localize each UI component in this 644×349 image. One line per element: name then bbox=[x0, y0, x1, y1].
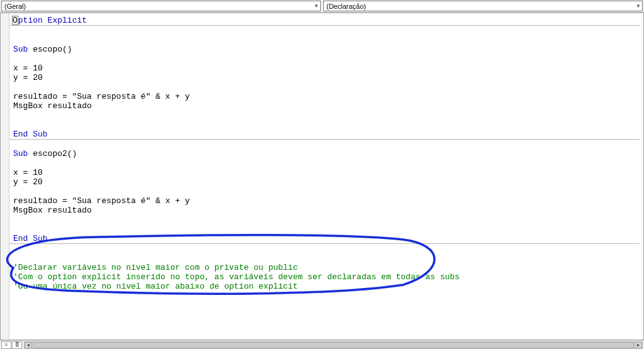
code-text: escopo() bbox=[28, 45, 72, 54]
code-editor: Option Explicit Sub escopo() x = 10 y = … bbox=[0, 13, 644, 340]
text-cursor: O bbox=[12, 16, 18, 25]
code-text: x = 10 bbox=[13, 168, 43, 177]
code-text: y = 20 bbox=[13, 177, 43, 187]
editor-bottom-bar: ≡ ≣ ◄ ► bbox=[0, 340, 644, 349]
code-text: x = 10 bbox=[13, 64, 43, 73]
proc-separator bbox=[9, 139, 640, 140]
code-comment: 'Ou uma única vez no nível maior abaixo … bbox=[13, 282, 297, 291]
code-comment: 'Com o option explicit inserido no topo,… bbox=[13, 272, 460, 282]
scroll-right-arrow-icon[interactable]: ► bbox=[635, 342, 642, 348]
code-text: escopo2() bbox=[28, 149, 77, 158]
view-procedure-button[interactable]: ≡ bbox=[1, 341, 11, 349]
code-keyword: Sub bbox=[13, 45, 28, 54]
object-dropdown-label: (Geral) bbox=[4, 3, 26, 10]
code-keyword: ption Explicit bbox=[18, 16, 87, 25]
object-dropdown[interactable]: (Geral) ▼ bbox=[1, 1, 321, 11]
code-text: MsgBox resultado bbox=[13, 101, 92, 111]
view-mode-buttons: ≡ ≣ bbox=[1, 341, 23, 349]
chevron-down-icon: ▼ bbox=[636, 3, 641, 9]
horizontal-scrollbar[interactable]: ◄ ► bbox=[24, 341, 643, 349]
proc-separator bbox=[9, 243, 640, 244]
view-full-module-button[interactable]: ≣ bbox=[12, 341, 22, 349]
code-keyword: Sub bbox=[13, 149, 28, 158]
code-area[interactable]: Option Explicit Sub escopo() x = 10 y = … bbox=[9, 13, 643, 340]
proc-separator bbox=[9, 25, 640, 26]
code-text: y = 20 bbox=[13, 73, 43, 82]
code-keyword: End Sub bbox=[13, 234, 48, 243]
code-comment: 'Declarar variáveis no nível maior com o… bbox=[13, 263, 297, 272]
code-keyword: End Sub bbox=[13, 130, 48, 139]
code-text: resultado = "Sua resposta é" & x + y bbox=[13, 92, 190, 101]
code-text: resultado = "Sua resposta é" & x + y bbox=[13, 196, 190, 206]
chevron-down-icon: ▼ bbox=[314, 3, 319, 9]
editor-margin bbox=[1, 13, 9, 340]
dropdown-bar: (Geral) ▼ (Declaração) ▼ bbox=[0, 0, 644, 13]
procedure-dropdown[interactable]: (Declaração) ▼ bbox=[323, 1, 643, 11]
scroll-left-arrow-icon[interactable]: ◄ bbox=[25, 342, 32, 348]
code-text: MsgBox resultado bbox=[13, 206, 92, 215]
scroll-thumb[interactable] bbox=[33, 342, 634, 348]
procedure-dropdown-label: (Declaração) bbox=[326, 3, 366, 10]
